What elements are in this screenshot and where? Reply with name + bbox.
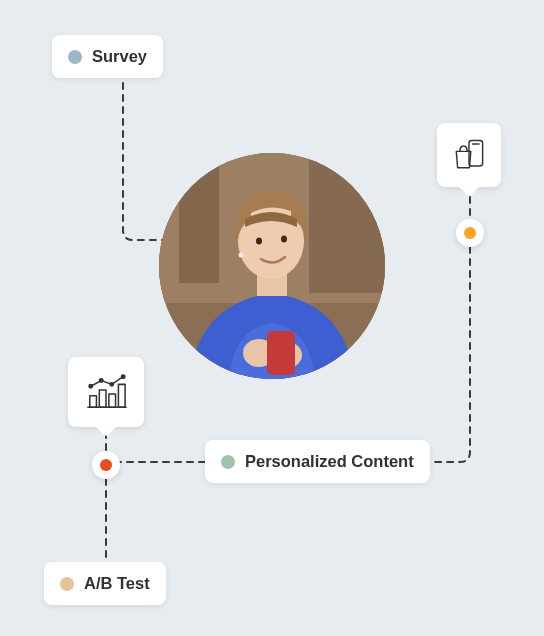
- abtest-dot: [60, 577, 74, 591]
- svg-point-19: [89, 385, 92, 388]
- svg-point-22: [121, 375, 124, 378]
- svg-rect-2: [179, 163, 219, 283]
- user-avatar: [159, 153, 385, 379]
- analytics-icon-card: [68, 357, 144, 427]
- svg-rect-15: [90, 396, 97, 407]
- svg-point-20: [100, 379, 103, 382]
- svg-point-21: [110, 383, 113, 386]
- avatar-illustration: [159, 153, 385, 379]
- survey-card: Survey: [52, 35, 163, 78]
- svg-rect-3: [309, 153, 385, 293]
- svg-rect-17: [109, 394, 116, 407]
- personalized-content-card: Personalized Content: [205, 440, 430, 483]
- personalized-label: Personalized Content: [245, 452, 414, 471]
- shopping-icon-card: [437, 123, 501, 187]
- abtest-label: A/B Test: [84, 574, 150, 593]
- waypoint-node-left: [92, 451, 120, 479]
- survey-dot: [68, 50, 82, 64]
- waypoint-dot: [100, 459, 112, 471]
- survey-label: Survey: [92, 47, 147, 66]
- svg-rect-16: [99, 390, 106, 407]
- svg-rect-18: [118, 384, 125, 407]
- svg-point-11: [239, 253, 244, 258]
- bar-chart-trend-icon: [82, 371, 130, 413]
- svg-rect-6: [267, 331, 295, 375]
- svg-point-10: [281, 236, 287, 243]
- waypoint-dot: [464, 227, 476, 239]
- ab-test-card: A/B Test: [44, 562, 166, 605]
- svg-point-9: [256, 238, 262, 245]
- shopping-bag-phone-icon: [449, 135, 489, 175]
- diagram-canvas: Survey Personalized Content A/B Test: [0, 0, 544, 636]
- personalized-dot: [221, 455, 235, 469]
- waypoint-node-right: [456, 219, 484, 247]
